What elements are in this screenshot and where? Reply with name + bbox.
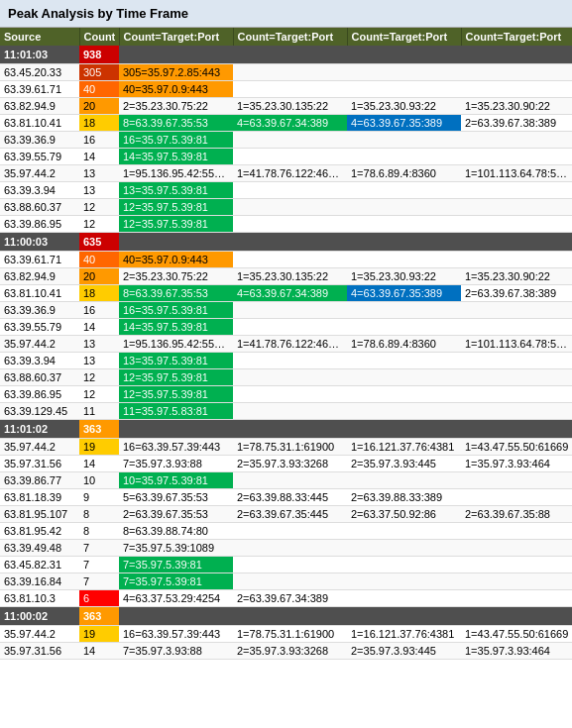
cell-source: 63.88.60.37 <box>0 199 79 216</box>
cell-target-1: 305=35.97.2.85:443 <box>119 64 233 81</box>
table-row: 63.39.36.9 16 16=35.97.5.39:81 <box>0 302 572 319</box>
section-header: 11:01:02 363 <box>0 420 572 439</box>
table-row: 63.39.55.79 14 14=35.97.5.39:81 <box>0 319 572 336</box>
cell-target-2: 1=78.75.31.1:61900 <box>233 439 347 456</box>
cell-target-3 <box>347 81 461 98</box>
cell-source: 35.97.44.2 <box>0 165 79 182</box>
cell-target-4 <box>461 369 572 386</box>
header-count: Count <box>79 28 119 46</box>
header-source: Source <box>0 28 79 46</box>
cell-target-4 <box>461 319 572 336</box>
cell-target-1: 7=35.97.5.39:1089 <box>119 540 233 557</box>
cell-target-1: 10=35.97.5.39:81 <box>119 472 233 489</box>
page-title: Peak Analysis by Time Frame <box>0 0 572 28</box>
cell-target-3: 1=35.23.30.93:22 <box>347 268 461 285</box>
cell-target-2: 1=41.78.76.122:46837 <box>233 336 347 353</box>
cell-count: 14 <box>79 319 119 336</box>
cell-target-2: 2=63.39.67.35:445 <box>233 506 347 523</box>
cell-target-4 <box>461 489 572 506</box>
cell-target-2 <box>233 81 347 98</box>
cell-count: 18 <box>79 115 119 132</box>
cell-target-3 <box>347 252 461 268</box>
table-header-row: Source Count Count=Target:Port Count=Tar… <box>0 28 572 46</box>
table-row: 35.97.44.2 13 1=95.136.95.42:55625 1=41.… <box>0 336 572 353</box>
cell-target-3 <box>347 590 461 607</box>
table-row: 63.39.3.94 13 13=35.97.5.39:81 <box>0 182 572 199</box>
cell-source: 35.97.44.2 <box>0 439 79 456</box>
table-row: 35.97.31.56 14 7=35.97.3.93:88 2=35.97.3… <box>0 456 572 472</box>
cell-target-1: 2=35.23.30.75:22 <box>119 98 233 115</box>
cell-target-4 <box>461 523 572 540</box>
cell-target-4: 2=63.39.67.38:389 <box>461 285 572 302</box>
cell-count: 19 <box>79 439 119 456</box>
table-row: 63.45.82.31 7 7=35.97.5.39:81 <box>0 557 572 573</box>
cell-source: 63.81.18.39 <box>0 489 79 506</box>
cell-target-3 <box>347 353 461 369</box>
table-row: 63.39.86.77 10 10=35.97.5.39:81 <box>0 472 572 489</box>
cell-target-1: 40=35.97.0.9:443 <box>119 81 233 98</box>
table-row: 63.39.86.95 12 12=35.97.5.39:81 <box>0 216 572 233</box>
cell-source: 63.39.61.71 <box>0 81 79 98</box>
table-row: 63.39.49.48 7 7=35.97.5.39:1089 <box>0 540 572 557</box>
cell-target-4 <box>461 149 572 165</box>
cell-target-4 <box>461 353 572 369</box>
cell-target-1: 2=35.23.30.75:22 <box>119 268 233 285</box>
cell-target-2: 2=63.39.67.34:389 <box>233 590 347 607</box>
cell-count: 9 <box>79 489 119 506</box>
cell-target-1: 16=35.97.5.39:81 <box>119 132 233 149</box>
cell-target-3: 2=63.39.88.33:389 <box>347 489 461 506</box>
cell-target-3: 2=63.37.50.92:86 <box>347 506 461 523</box>
section-empty-1 <box>119 46 233 64</box>
cell-target-2: 2=63.39.88.33:445 <box>233 489 347 506</box>
section-empty-2 <box>233 46 347 64</box>
cell-target-2 <box>233 199 347 216</box>
cell-target-4: 2=63.39.67.38:389 <box>461 115 572 132</box>
cell-count: 16 <box>79 302 119 319</box>
table-row: 35.97.44.2 19 16=63.39.57.39:443 1=78.75… <box>0 626 572 643</box>
cell-target-2 <box>233 523 347 540</box>
cell-count: 14 <box>79 456 119 472</box>
cell-target-1: 12=35.97.5.39:81 <box>119 216 233 233</box>
cell-target-4 <box>461 216 572 233</box>
cell-target-1: 4=63.37.53.29:4254 <box>119 590 233 607</box>
cell-source: 63.45.20.33 <box>0 64 79 81</box>
section-empty-1 <box>119 420 233 439</box>
cell-source: 63.81.10.3 <box>0 590 79 607</box>
cell-target-2: 1=41.78.76.122:46837 <box>233 165 347 182</box>
cell-source: 63.39.55.79 <box>0 319 79 336</box>
table-row: 63.39.36.9 16 16=35.97.5.39:81 <box>0 132 572 149</box>
main-table: Source Count Count=Target:Port Count=Tar… <box>0 28 572 660</box>
cell-source: 35.97.31.56 <box>0 643 79 660</box>
cell-count: 40 <box>79 252 119 268</box>
cell-count: 8 <box>79 523 119 540</box>
cell-count: 13 <box>79 336 119 353</box>
cell-target-4 <box>461 403 572 420</box>
cell-target-2: 1=78.75.31.1:61900 <box>233 626 347 643</box>
table-row: 35.97.31.56 14 7=35.97.3.93:88 2=35.97.3… <box>0 643 572 660</box>
cell-target-4 <box>461 182 572 199</box>
table-row: 63.82.94.9 20 2=35.23.30.75:22 1=35.23.3… <box>0 98 572 115</box>
table-row: 63.81.95.107 8 2=63.39.67.35:53 2=63.39.… <box>0 506 572 523</box>
section-header: 11:01:03 938 <box>0 46 572 64</box>
cell-target-4 <box>461 540 572 557</box>
cell-target-2 <box>233 216 347 233</box>
cell-count: 11 <box>79 403 119 420</box>
cell-target-3 <box>347 132 461 149</box>
cell-target-1: 16=63.39.57.39:443 <box>119 439 233 456</box>
cell-source: 63.45.82.31 <box>0 557 79 573</box>
table-row: 63.81.18.39 9 5=63.39.67.35:53 2=63.39.8… <box>0 489 572 506</box>
section-empty-4 <box>461 233 572 252</box>
section-header: 11:00:03 635 <box>0 233 572 252</box>
cell-count: 7 <box>79 557 119 573</box>
cell-target-4 <box>461 590 572 607</box>
table-row: 35.97.44.2 13 1=95.136.95.42:55625 1=41.… <box>0 165 572 182</box>
cell-target-2 <box>233 64 347 81</box>
cell-target-4 <box>461 302 572 319</box>
cell-target-1: 14=35.97.5.39:81 <box>119 149 233 165</box>
cell-target-2 <box>233 132 347 149</box>
cell-source: 63.81.95.42 <box>0 523 79 540</box>
cell-target-4 <box>461 81 572 98</box>
cell-target-2 <box>233 252 347 268</box>
cell-count: 7 <box>79 540 119 557</box>
cell-target-3 <box>347 216 461 233</box>
